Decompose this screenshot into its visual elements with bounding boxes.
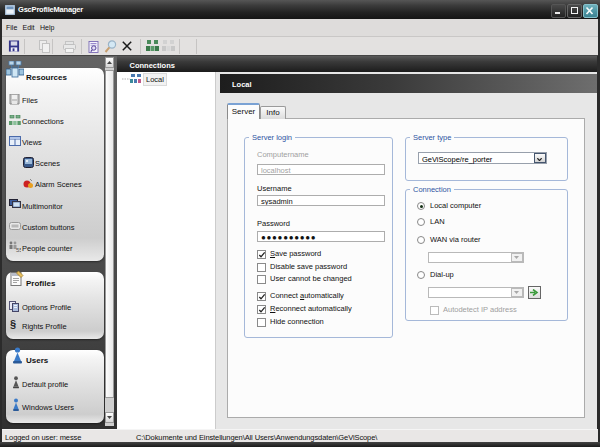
svg-text:55: 55 bbox=[16, 247, 21, 253]
